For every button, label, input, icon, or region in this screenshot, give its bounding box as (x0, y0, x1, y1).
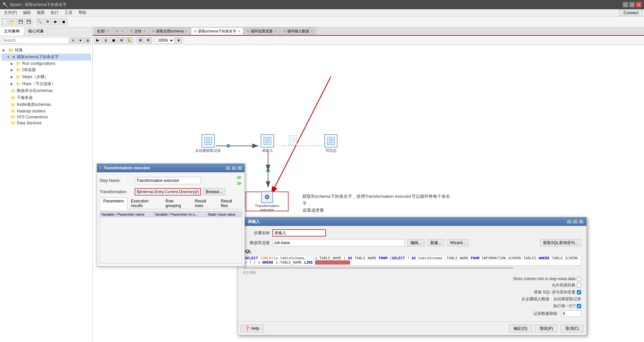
tab-loop-set-var-close[interactable]: ✕ (274, 29, 277, 33)
dialog-tab-params[interactable]: Parameters (100, 197, 127, 209)
ti-maximize[interactable]: □ (573, 219, 578, 224)
tab-loop-insert-close[interactable]: ✕ (310, 29, 313, 33)
ti-wizard-btn[interactable]: Wizard... (447, 239, 469, 246)
dialog-minimize[interactable]: — (225, 166, 231, 170)
toolbar-open[interactable]: 📂 (9, 18, 17, 25)
pause-button[interactable]: ⏸ (102, 37, 109, 44)
toolbar-save-all[interactable]: 💾 (25, 18, 32, 25)
execute-each-label: 执行每一行? (553, 303, 575, 309)
dialog-tab-row-group[interactable]: Row grouping (162, 197, 191, 209)
dialog-tab-result-rows[interactable]: Result rows (191, 197, 217, 209)
step-name-row: Step Name: ≪ ≫ (100, 175, 242, 186)
stop-button[interactable]: ⏹ (110, 37, 117, 44)
align-button[interactable]: ⊞ (137, 37, 144, 44)
minimize-button[interactable]: — (623, 2, 628, 7)
tree-item-steps[interactable]: ▶ 📁 Steps（步骤） (1, 73, 91, 80)
ti-edit-btn[interactable]: 编辑... (407, 239, 425, 246)
tab-get-all-schema[interactable]: ⚙ 获取全部schema ✕ (149, 27, 191, 35)
ti-get-sql-btn[interactable]: 获取SQL查询语句... (540, 239, 581, 246)
execute-each-checkbox[interactable] (577, 304, 581, 308)
menu-tools[interactable]: 工具 (62, 9, 75, 16)
tree-root[interactable]: ▶ 📁 转换 (1, 47, 91, 54)
tab-2[interactable]: ✕ ✕ (113, 27, 127, 35)
ti-cancel-btn[interactable]: 取消(C) (561, 324, 584, 332)
allow-lazy-checkbox[interactable] (577, 283, 581, 287)
toolbar-save[interactable]: 💾 (17, 18, 24, 25)
menu-file[interactable]: 文件(F) (1, 9, 20, 16)
search-options-button[interactable]: ▼ (77, 37, 84, 44)
tab-zhuzhuanhuan[interactable]: ⚙ 主转 ✕ (127, 27, 149, 35)
dialog-tab-exec[interactable]: Execution results (127, 197, 162, 209)
connect-button[interactable]: Connect (619, 10, 643, 16)
tree-item-db[interactable]: ▶ 📁 DB连接 (1, 66, 91, 73)
tree-item-vfs[interactable]: 📁 VFS Connections (1, 114, 91, 120)
ti-sql-text[interactable]: SELECT CONCAT(s.tableSchema,'.',s.TABLE_… (243, 255, 581, 266)
step-name-input[interactable] (135, 177, 201, 184)
toolbar-new[interactable]: 📄 (1, 18, 9, 25)
tab-loop-set-var[interactable]: ⚙ 循环设置变量 ✕ (244, 27, 280, 35)
store-column-checkbox[interactable] (577, 277, 581, 281)
ti-minimize[interactable]: — (567, 219, 572, 224)
expand-btn[interactable]: ≪ (236, 175, 242, 180)
run-button[interactable]: ▶ (94, 37, 101, 44)
search-clear-button[interactable]: ✕ (70, 37, 76, 44)
zoom-dropdown[interactable]: ▼ (175, 37, 182, 44)
ti-preview-btn[interactable]: 预览(P) (535, 324, 558, 332)
tree-item-hops[interactable]: ▶ 📁 Hops（节点连接） (1, 80, 91, 87)
tree-item-hadoop[interactable]: 📁 Hadoop clusters (1, 108, 91, 114)
dialog-tab-result-files[interactable]: Result files (217, 197, 242, 209)
node-write-log[interactable]: 写日志 (324, 134, 338, 153)
ti-close[interactable]: ✕ (578, 219, 584, 224)
tab-2-close[interactable]: ✕ (121, 29, 124, 33)
zoom-select[interactable]: 100% 75% 125% (156, 37, 174, 44)
tab-welcome-close[interactable]: ✕ (107, 29, 109, 33)
ti-help-btn[interactable]: ❓ Help (241, 324, 264, 332)
ti-step-name-input[interactable] (272, 229, 326, 236)
record-limit-input[interactable] (561, 310, 581, 317)
replace-sql-checkbox[interactable] (577, 290, 581, 294)
menu-run[interactable]: 执行 (48, 9, 61, 16)
menu-edit[interactable]: 编辑 (20, 9, 33, 16)
tab-get-all-schema-close[interactable]: ✕ (185, 29, 188, 33)
settings-button[interactable]: ⚙ (145, 37, 152, 44)
toolbar-btn1[interactable]: 🔍 (36, 18, 43, 25)
menu-view[interactable]: 视图 (34, 9, 47, 16)
node-table-input[interactable]: 表输入 (261, 134, 274, 153)
search-input[interactable] (1, 37, 69, 44)
transformation-input[interactable] (135, 188, 201, 195)
toolbar-btn3[interactable]: ▶ (52, 18, 59, 25)
tree-item-transform[interactable]: ▼ ✕ 获取schema下的表名字 (1, 54, 91, 61)
maximize-button[interactable]: □ (629, 2, 635, 7)
tree-item-run-configs[interactable]: ▶ 📁 Run configurations (1, 61, 91, 66)
dialog-maximize[interactable]: □ (231, 166, 237, 170)
collapse-btn[interactable]: ≫ (236, 181, 242, 186)
tree-item-kettle-cluster[interactable]: 📁 Kettle集群schemas (1, 101, 91, 108)
search-bar: ✕ ▼ ⊞ (0, 36, 92, 45)
search-expand-button[interactable]: ⊞ (84, 37, 91, 44)
tab-core-objects[interactable]: 核心对象 (24, 27, 48, 35)
tree-item-dataservices[interactable]: 📁 Data Services (1, 120, 91, 126)
tab-main-objects[interactable]: 主对象树 (0, 27, 24, 35)
node-get-records[interactable]: 从结果获取记录 (195, 134, 221, 153)
tab-get-schema-tables[interactable]: ⚙ 获取schema下的表名字 ✕ (191, 27, 244, 35)
ti-ok-btn[interactable]: 确定(O) (509, 324, 532, 332)
tab-get-schema-tables-close[interactable]: ✕ (238, 29, 240, 33)
tab-loop-insert[interactable]: ⚙ 循环插入数据 ✕ (280, 27, 316, 35)
close-button[interactable]: ✕ (636, 2, 641, 7)
ti-new-btn[interactable]: 新建... (427, 239, 444, 246)
debug-button[interactable]: 🐛 (126, 37, 133, 44)
browse-button[interactable]: Browse... (203, 188, 225, 195)
dialog-close[interactable]: ✕ (237, 166, 243, 170)
menu-help[interactable]: 帮助 (76, 9, 89, 16)
tab-zhuzhuanhuan-close[interactable]: ✕ (143, 29, 146, 33)
toolbar-btn2[interactable]: ⚙ (44, 18, 51, 25)
tree-item-partitions[interactable]: 📁 数据库分区schemas (1, 87, 91, 94)
preview-button[interactable]: 👁 (118, 37, 125, 44)
dialog-titlebar[interactable]: ✕ Transformation executor — □ ✕ (97, 164, 245, 172)
toolbar-btn4[interactable]: ⏹ (60, 18, 67, 25)
te-node-box[interactable]: ⚙ Transformation executor (246, 192, 289, 211)
tree-item-subserver[interactable]: 📁 子服务器 (1, 94, 91, 101)
ti-db-input[interactable] (272, 239, 405, 246)
record-limit-label: 记录数量限制 (533, 311, 557, 317)
tab-welcome[interactable]: 欢迎! ✕ (94, 27, 112, 35)
